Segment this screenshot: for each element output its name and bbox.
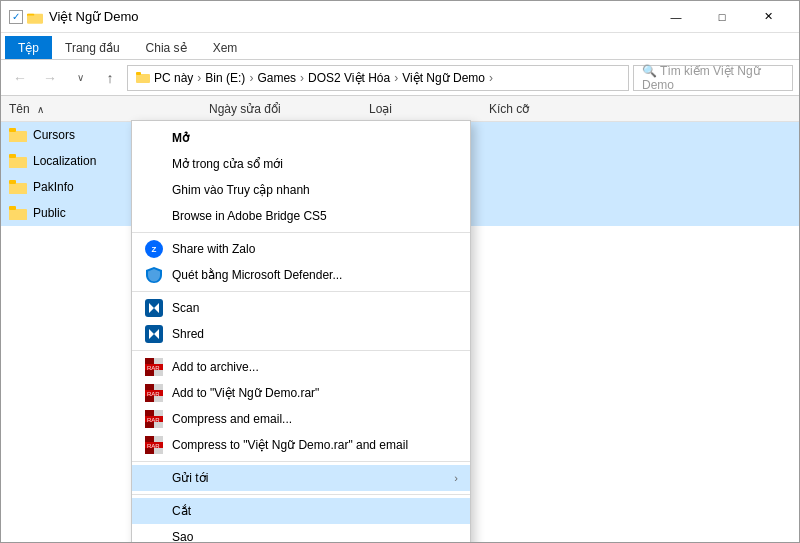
col-header-name[interactable]: Tên ∧ bbox=[9, 102, 209, 116]
column-headers: Tên ∧ Ngày sửa đổi Loại Kích cỡ bbox=[1, 96, 799, 122]
path-viet: Việt Ngữ Demo bbox=[402, 71, 485, 85]
ribbon: Tệp Trang đầu Chia sẻ Xem bbox=[1, 33, 799, 60]
rar-icon-4: RAR bbox=[144, 435, 164, 455]
explorer-window: ✓ Việt Ngữ Demo — □ ✕ Tệp Trang đầu Chia… bbox=[0, 0, 800, 543]
minimize-button[interactable]: — bbox=[653, 1, 699, 33]
ctx-pin-label: Ghim vào Truy cập nhanh bbox=[172, 183, 458, 197]
ctx-adobe-label: Browse in Adobe Bridge CS5 bbox=[172, 209, 458, 223]
up-button[interactable]: ↑ bbox=[97, 65, 123, 91]
ctx-add-rar-label: Add to "Việt Ngữ Demo.rar" bbox=[172, 386, 458, 400]
folder-icon-public bbox=[9, 204, 27, 222]
title-bar-checkbox: ✓ bbox=[9, 10, 23, 24]
ctx-scan-label: Scan bbox=[172, 301, 458, 315]
adobe-icon bbox=[144, 206, 164, 226]
svg-rect-10 bbox=[9, 159, 27, 168]
copy-icon bbox=[144, 527, 164, 542]
svg-rect-16 bbox=[9, 211, 27, 220]
file-list: Tên ∧ Ngày sửa đổi Loại Kích cỡ Cursors … bbox=[1, 96, 799, 542]
ctx-open[interactable]: Mở bbox=[132, 125, 470, 151]
path-folder-icon bbox=[136, 72, 150, 83]
ctx-send-to-arrow: › bbox=[454, 472, 458, 484]
ctx-compress-rar-email[interactable]: RAR Compress to "Việt Ngữ Demo.rar" and … bbox=[132, 432, 470, 458]
open-new-icon bbox=[144, 154, 164, 174]
ctx-separator-3 bbox=[132, 350, 470, 351]
title-bar-controls: — □ ✕ bbox=[653, 1, 791, 33]
cut-icon bbox=[144, 501, 164, 521]
tab-tep[interactable]: Tệp bbox=[5, 36, 52, 59]
rar-icon-2: RAR bbox=[144, 383, 164, 403]
ctx-separator-5 bbox=[132, 494, 470, 495]
ctx-compress-email-label: Compress and email... bbox=[172, 412, 458, 426]
context-menu: Mở Mở trong cửa sổ mới Ghim vào Truy cập… bbox=[131, 120, 471, 542]
ctx-cut-label: Cắt bbox=[172, 504, 458, 518]
ctx-separator-2 bbox=[132, 291, 470, 292]
ctx-defender[interactable]: Quét bằng Microsoft Defender... bbox=[132, 262, 470, 288]
ctx-add-archive-label: Add to archive... bbox=[172, 360, 458, 374]
svg-text:RAR: RAR bbox=[147, 365, 160, 371]
svg-rect-12 bbox=[9, 180, 16, 184]
ctx-add-rar[interactable]: RAR Add to "Việt Ngữ Demo.rar" bbox=[132, 380, 470, 406]
ctx-copy[interactable]: Sao bbox=[132, 524, 470, 542]
svg-rect-2 bbox=[27, 15, 43, 23]
shred-malwarebytes-icon bbox=[144, 324, 164, 344]
send-to-icon bbox=[144, 468, 164, 488]
path-bin: Bin (E:) bbox=[205, 71, 245, 85]
close-button[interactable]: ✕ bbox=[745, 1, 791, 33]
svg-text:RAR: RAR bbox=[147, 391, 160, 397]
ctx-zalo[interactable]: Z Share with Zalo bbox=[132, 236, 470, 262]
svg-rect-9 bbox=[9, 154, 16, 158]
svg-rect-3 bbox=[136, 74, 150, 83]
ctx-open-new[interactable]: Mở trong cửa sổ mới bbox=[132, 151, 470, 177]
defender-icon bbox=[144, 265, 164, 285]
tab-trang-dau[interactable]: Trang đầu bbox=[52, 36, 133, 59]
svg-rect-7 bbox=[9, 133, 27, 142]
path-pc: PC này bbox=[154, 71, 193, 85]
ctx-open-new-label: Mở trong cửa sổ mới bbox=[172, 157, 458, 171]
maximize-button[interactable]: □ bbox=[699, 1, 745, 33]
title-bar: ✓ Việt Ngữ Demo — □ ✕ bbox=[1, 1, 799, 33]
folder-icon-pakinfo bbox=[9, 178, 27, 196]
ctx-zalo-label: Share with Zalo bbox=[172, 242, 458, 256]
ctx-send-to[interactable]: Gửi tới › bbox=[132, 465, 470, 491]
col-header-type[interactable]: Loại bbox=[369, 102, 489, 116]
folder-icon-cursors bbox=[9, 126, 27, 144]
title-bar-folder-icon bbox=[27, 9, 43, 25]
ctx-send-to-label: Gửi tới bbox=[172, 471, 446, 485]
title-bar-title: Việt Ngữ Demo bbox=[49, 9, 647, 24]
svg-rect-15 bbox=[9, 206, 16, 210]
ctx-cut[interactable]: Cắt bbox=[132, 498, 470, 524]
open-icon bbox=[144, 128, 164, 148]
col-header-date[interactable]: Ngày sửa đổi bbox=[209, 102, 369, 116]
svg-text:RAR: RAR bbox=[147, 417, 160, 423]
tab-chia-se[interactable]: Chia sẻ bbox=[133, 36, 200, 59]
dropdown-button[interactable]: ∨ bbox=[67, 65, 93, 91]
zalo-icon: Z bbox=[144, 239, 164, 259]
rar-icon-1: RAR bbox=[144, 357, 164, 377]
tab-xem[interactable]: Xem bbox=[200, 36, 251, 59]
main-area: Tên ∧ Ngày sửa đổi Loại Kích cỡ Cursors … bbox=[1, 96, 799, 542]
svg-rect-4 bbox=[136, 72, 141, 75]
pin-icon bbox=[144, 180, 164, 200]
scan-malwarebytes-icon bbox=[144, 298, 164, 318]
ctx-pin-quick[interactable]: Ghim vào Truy cập nhanh bbox=[132, 177, 470, 203]
back-button[interactable]: ← bbox=[7, 65, 33, 91]
col-header-size[interactable]: Kích cỡ bbox=[489, 102, 569, 116]
ctx-defender-label: Quét bằng Microsoft Defender... bbox=[172, 268, 458, 282]
path-games: Games bbox=[257, 71, 296, 85]
ctx-copy-label: Sao bbox=[172, 530, 458, 542]
ctx-shred[interactable]: Shred bbox=[132, 321, 470, 347]
search-box[interactable]: 🔍 Tìm kiếm Việt Ngữ Demo bbox=[633, 65, 793, 91]
forward-button[interactable]: → bbox=[37, 65, 63, 91]
ctx-adobe-bridge[interactable]: Browse in Adobe Bridge CS5 bbox=[132, 203, 470, 229]
svg-rect-13 bbox=[9, 185, 27, 194]
svg-rect-6 bbox=[9, 128, 16, 132]
ctx-add-archive[interactable]: RAR Add to archive... bbox=[132, 354, 470, 380]
ctx-separator-1 bbox=[132, 232, 470, 233]
address-path[interactable]: PC này › Bin (E:) › Games › DOS2 Việt Hó… bbox=[127, 65, 629, 91]
svg-text:RAR: RAR bbox=[147, 443, 160, 449]
ctx-scan[interactable]: Scan bbox=[132, 295, 470, 321]
search-placeholder: 🔍 Tìm kiếm Việt Ngữ Demo bbox=[642, 64, 784, 92]
ctx-compress-email[interactable]: RAR Compress and email... bbox=[132, 406, 470, 432]
ctx-open-label: Mở bbox=[172, 131, 458, 145]
title-bar-icons: ✓ bbox=[9, 9, 43, 25]
